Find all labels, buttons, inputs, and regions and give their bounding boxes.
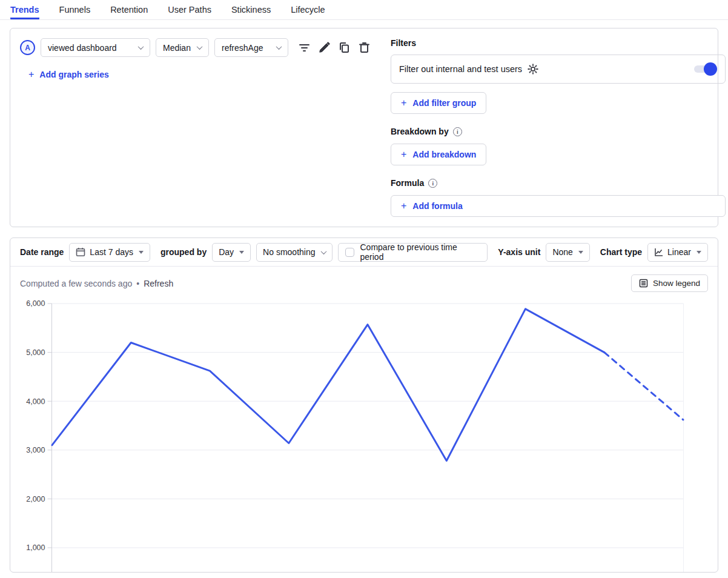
internal-users-filter-label: Filter out internal and test users [399, 64, 522, 74]
add-filter-group-button[interactable]: + Add filter group [391, 92, 486, 114]
computed-status: Computed a few seconds ago • Refresh [20, 279, 173, 288]
calendar-icon [76, 247, 85, 257]
trend-chart: 6,0005,0004,0003,0002,0001,000 [10, 293, 718, 572]
add-filter-group-label: Add filter group [412, 98, 476, 108]
add-formula-button[interactable]: + Add formula [391, 195, 726, 217]
date-range-label: Date range [20, 247, 64, 257]
caret-down-icon [578, 251, 583, 254]
chart-type-label: Chart type [600, 247, 642, 257]
y-axis-unit-label: Y-axis unit [498, 247, 540, 257]
chart-type-value: Linear [667, 247, 691, 257]
add-graph-series-label: Add graph series [39, 70, 108, 79]
caret-down-icon [139, 251, 144, 254]
chevron-down-icon [197, 44, 203, 50]
svg-text:6,000: 6,000 [26, 299, 45, 308]
svg-text:1,000: 1,000 [26, 543, 45, 552]
tab-retention[interactable]: Retention [110, 1, 148, 19]
toggle-knob [704, 62, 717, 76]
gear-icon[interactable] [527, 63, 539, 75]
info-icon[interactable]: i [453, 127, 462, 136]
compare-previous-period[interactable]: Compare to previous time period [338, 243, 488, 262]
show-legend-button[interactable]: Show legend [631, 274, 708, 292]
compare-label: Compare to previous time period [360, 242, 481, 262]
refresh-link[interactable]: Refresh [144, 279, 173, 288]
chart-controls-row: Date range Last 7 days grouped by Day No… [10, 238, 718, 267]
add-breakdown-button[interactable]: + Add breakdown [391, 144, 486, 165]
tab-user-paths[interactable]: User Paths [168, 1, 211, 19]
date-range-value: Last 7 days [90, 247, 133, 257]
add-breakdown-label: Add breakdown [412, 150, 476, 159]
show-legend-label: Show legend [653, 279, 700, 288]
series-actions [298, 42, 370, 54]
property-select[interactable]: refreshAge [214, 38, 288, 57]
formula-heading-label: Formula [391, 178, 424, 188]
grouped-by-label: grouped by [160, 247, 207, 257]
svg-text:2,000: 2,000 [26, 495, 45, 503]
chart-type-select[interactable]: Linear [647, 243, 708, 262]
insight-type-tabbar: Trends Funnels Retention User Paths Stic… [0, 0, 728, 20]
query-builder-card: A viewed dashboard Median refreshAge [10, 28, 718, 227]
plus-icon: + [401, 201, 406, 211]
plus-icon: + [401, 98, 406, 108]
computed-text: Computed a few seconds ago [20, 279, 132, 288]
aggregation-select-value: Median [163, 43, 191, 53]
add-graph-series-button[interactable]: + Add graph series [28, 70, 109, 79]
chevron-down-icon [320, 248, 326, 254]
duplicate-icon[interactable] [338, 42, 350, 54]
event-select-value: viewed dashboard [48, 43, 117, 53]
filter-icon[interactable] [298, 42, 310, 54]
insight-card: Date range Last 7 days grouped by Day No… [10, 238, 718, 573]
plus-icon: + [28, 70, 34, 79]
smoothing-value: No smoothing [263, 247, 315, 257]
series-column: A viewed dashboard Median refreshAge [20, 38, 370, 217]
filters-column: Filters Filter out internal and test use… [391, 38, 726, 217]
legend-icon [639, 279, 648, 288]
caret-down-icon [239, 251, 244, 254]
internal-users-toggle[interactable] [694, 62, 717, 76]
svg-text:3,000: 3,000 [26, 446, 45, 454]
tab-funnels[interactable]: Funnels [59, 1, 91, 19]
series-row: A viewed dashboard Median refreshAge [20, 38, 370, 57]
bullet-separator: • [136, 279, 139, 288]
property-select-value: refreshAge [222, 43, 263, 53]
breakdown-heading: Breakdown by i [391, 127, 726, 136]
formula-heading: Formula i [391, 178, 726, 188]
internal-users-filter-row: Filter out internal and test users [391, 55, 726, 84]
plus-icon: + [401, 150, 406, 159]
tab-lifecycle[interactable]: Lifecycle [291, 1, 325, 19]
svg-text:5,000: 5,000 [26, 348, 45, 357]
compare-checkbox[interactable] [345, 248, 354, 257]
caret-down-icon [697, 251, 701, 254]
line-chart-icon [654, 248, 663, 257]
add-formula-label: Add formula [412, 201, 462, 211]
svg-text:4,000: 4,000 [26, 397, 45, 406]
edit-pencil-icon[interactable] [318, 42, 330, 54]
tab-stickiness[interactable]: Stickiness [231, 1, 271, 19]
aggregation-select[interactable]: Median [156, 38, 209, 57]
interval-select[interactable]: Day [212, 243, 251, 262]
info-icon[interactable]: i [428, 179, 437, 188]
filters-heading-label: Filters [391, 38, 416, 48]
series-badge: A [20, 40, 35, 55]
chart-area[interactable]: 6,0005,0004,0003,0002,0001,000 [10, 293, 718, 572]
smoothing-select[interactable]: No smoothing [256, 243, 332, 262]
delete-trash-icon[interactable] [358, 42, 370, 54]
tab-trends[interactable]: Trends [10, 1, 39, 19]
chevron-down-icon [138, 44, 144, 50]
event-select[interactable]: viewed dashboard [41, 38, 150, 57]
interval-value: Day [219, 247, 234, 257]
breakdown-heading-label: Breakdown by [391, 127, 449, 136]
y-axis-unit-value: None [552, 247, 572, 257]
date-range-select[interactable]: Last 7 days [69, 243, 150, 262]
filters-heading: Filters [391, 38, 726, 48]
y-axis-unit-select[interactable]: None [546, 243, 589, 262]
chart-status-row: Computed a few seconds ago • Refresh Sho… [10, 267, 718, 293]
chevron-down-icon [276, 44, 282, 50]
